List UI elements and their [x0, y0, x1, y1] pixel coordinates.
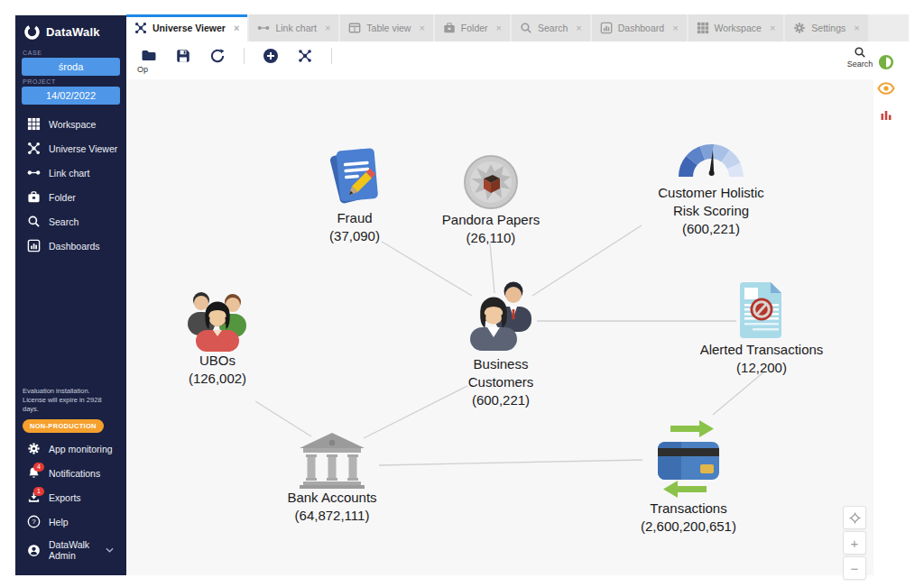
sidebar-item-label: Help: [49, 517, 69, 527]
tab-label: Search: [538, 23, 568, 33]
search-icon: [27, 215, 41, 228]
sidebar-item-label: Workspace: [49, 119, 96, 130]
sidebar: DataWalk CASE środa PROJECT 14/02/2022 W…: [15, 15, 126, 575]
sidebar-item-universe-viewer[interactable]: Universe Viewer: [15, 136, 126, 161]
sidebar-item-label: Exports: [49, 492, 81, 503]
open-label: Op: [137, 65, 148, 74]
sidebar-item-search[interactable]: Search: [15, 209, 126, 234]
tab-universe-viewer[interactable]: Universe Viewer ×: [126, 14, 247, 41]
bank-building-icon: [260, 431, 404, 489]
tab-search[interactable]: Search ×: [512, 14, 590, 41]
business-people-icon: [447, 280, 555, 355]
pandora-coin-icon: [419, 153, 563, 211]
node-count: (26,110): [419, 229, 563, 247]
sidebar-item-notifications[interactable]: 4 Notifications: [15, 461, 126, 485]
tab-label: Universe Viewer: [152, 23, 226, 33]
universe-canvas[interactable]: Fraud (37,090) Pandora Papers (26,110): [126, 79, 873, 575]
node-label: Business Customers: [447, 355, 555, 391]
close-icon[interactable]: ×: [576, 23, 581, 33]
search-icon: [520, 22, 532, 34]
node-label: Bank Accounts: [260, 489, 404, 507]
help-icon: ?: [27, 515, 41, 528]
toolbar-search-button[interactable]: Search: [838, 46, 882, 69]
zoom-out-button[interactable]: −: [843, 556, 866, 580]
node-label: Transactions: [607, 500, 770, 518]
gear-icon: [793, 22, 806, 34]
close-icon[interactable]: ×: [854, 23, 859, 33]
tab-bar: Universe Viewer × Link chart × Table vie…: [126, 14, 909, 41]
dashboard-icon: [600, 22, 613, 34]
node-label: Alerted Transactions: [667, 341, 856, 359]
case-select-button[interactable]: środa: [22, 58, 120, 76]
node-customer-holistic-risk-scoring[interactable]: Customer Holistic Risk Scoring (600,221): [643, 137, 779, 238]
fit-view-button[interactable]: [843, 506, 866, 529]
close-icon[interactable]: ×: [325, 23, 330, 33]
sidebar-item-help[interactable]: ? Help: [15, 509, 126, 534]
node-transactions[interactable]: Transactions (2,600,200,651): [607, 415, 770, 536]
notifications-count-badge: 4: [33, 463, 44, 472]
node-ubos[interactable]: UBOs (126,002): [159, 285, 276, 388]
node-label: UBOs: [159, 352, 276, 370]
tab-table-view[interactable]: Table view ×: [340, 14, 432, 41]
people-group-icon: [159, 285, 276, 352]
node-count: (37,090): [300, 227, 409, 245]
tab-label: Table view: [366, 23, 411, 33]
project-label: PROJECT: [15, 76, 126, 87]
tab-dashboard[interactable]: Dashboard ×: [592, 14, 687, 41]
toolbar: Op Search: [126, 41, 909, 79]
universe-icon: [134, 22, 147, 34]
node-fraud[interactable]: Fraud (37,090): [300, 141, 409, 245]
toolbar-separator: [331, 48, 332, 64]
zoom-controls: + −: [843, 506, 866, 580]
close-icon[interactable]: ×: [234, 23, 239, 33]
close-icon[interactable]: ×: [496, 23, 502, 33]
sidebar-item-label: DataWalk Admin: [49, 539, 97, 561]
tab-label: Workspace: [715, 23, 762, 33]
close-icon[interactable]: ×: [672, 23, 678, 33]
tab-workspace[interactable]: Workspace ×: [688, 14, 784, 41]
node-pandora-papers[interactable]: Pandora Papers (26,110): [419, 153, 563, 247]
tab-link-chart[interactable]: Link chart ×: [249, 14, 338, 41]
bar-chart-icon[interactable]: [879, 107, 893, 122]
sidebar-item-label: Dashboards: [49, 241, 100, 252]
tab-label: Folder: [461, 23, 488, 33]
table-icon: [348, 22, 361, 34]
universe-icon: [27, 142, 41, 155]
tab-label: Link chart: [275, 23, 317, 33]
grid-icon: [27, 117, 41, 131]
tab-folder[interactable]: Folder ×: [435, 14, 510, 41]
sidebar-item-folder[interactable]: Folder: [15, 185, 126, 209]
zoom-in-button[interactable]: +: [843, 531, 866, 555]
node-count: (64,872,111): [260, 507, 404, 525]
search-icon: [854, 46, 866, 59]
open-folder-button[interactable]: [141, 48, 157, 64]
node-count: (126,002): [159, 370, 276, 388]
user-icon: [27, 544, 41, 557]
fraud-document-pencil-icon: [300, 141, 409, 209]
sidebar-item-user-menu[interactable]: DataWalk Admin: [15, 534, 126, 566]
save-button[interactable]: [175, 48, 191, 64]
refresh-icon[interactable]: [209, 48, 226, 64]
eye-icon[interactable]: [877, 82, 895, 95]
sidebar-item-link-chart[interactable]: Link chart: [15, 161, 126, 185]
sidebar-item-label: Folder: [49, 192, 76, 203]
project-select-button[interactable]: 14/02/2022: [22, 87, 120, 105]
sidebar-item-exports[interactable]: 1 Exports: [15, 485, 126, 509]
close-icon[interactable]: ×: [770, 23, 775, 33]
grid-icon: [697, 22, 709, 34]
sidebar-item-label: Search: [49, 216, 79, 227]
sidebar-item-workspace[interactable]: Workspace: [15, 112, 126, 136]
gear-icon: [27, 442, 41, 455]
risk-gauge-icon: [643, 137, 779, 184]
donut-chart-icon[interactable]: [878, 54, 894, 70]
node-alerted-transactions[interactable]: Alerted Transactions (12,200): [667, 280, 856, 377]
sidebar-item-app-monitoring[interactable]: App monitoring: [15, 436, 126, 461]
node-count: (2,600,200,651): [607, 518, 770, 536]
node-business-customers[interactable]: Business Customers (600,221): [447, 280, 555, 409]
spread-layout-icon[interactable]: [297, 48, 313, 64]
tab-settings[interactable]: Settings ×: [785, 14, 867, 41]
node-bank-accounts[interactable]: Bank Accounts (64,872,111): [260, 431, 404, 525]
sidebar-item-dashboards[interactable]: Dashboards: [15, 234, 126, 258]
close-icon[interactable]: ×: [419, 23, 424, 33]
add-button[interactable]: [263, 48, 279, 64]
